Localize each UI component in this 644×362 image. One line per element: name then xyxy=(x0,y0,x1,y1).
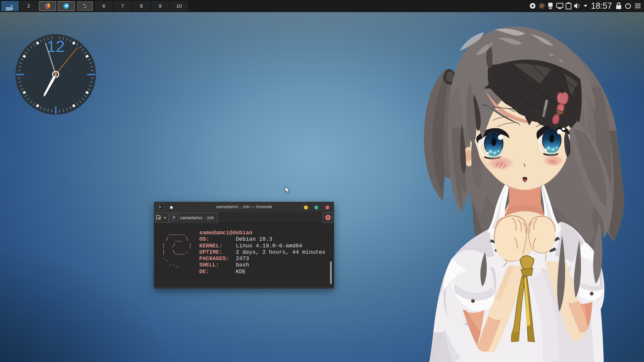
svg-text:18:57: 18:57 xyxy=(591,1,612,10)
svg-text:12: 12 xyxy=(47,37,65,55)
svg-text:1: 1 xyxy=(10,4,13,10)
